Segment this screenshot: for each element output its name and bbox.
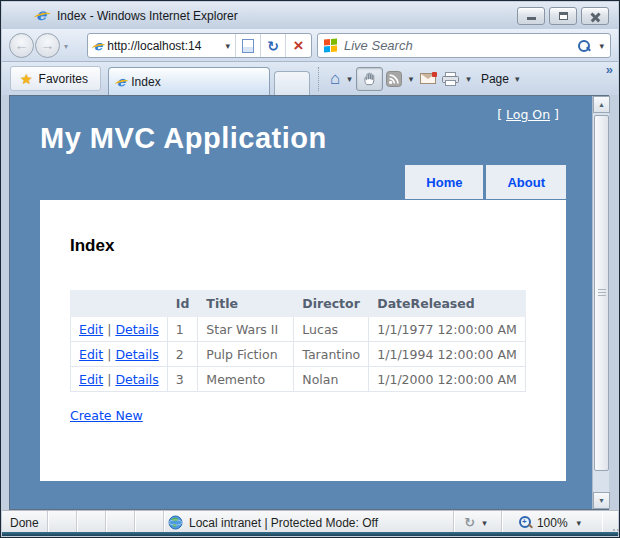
- read-mail-button[interactable]: [417, 67, 439, 91]
- print-button[interactable]: [439, 67, 462, 91]
- recent-pages-dropdown[interactable]: ▾: [64, 42, 68, 51]
- live-search-logo-icon: [324, 38, 338, 53]
- edit-link[interactable]: Edit: [79, 347, 103, 362]
- search-input[interactable]: [344, 38, 577, 53]
- details-link[interactable]: Details: [115, 372, 158, 387]
- window-bottom-frame: [2, 532, 618, 536]
- cell-id: 2: [167, 342, 198, 367]
- cell-date-released: 1/1/1994 12:00:00 AM: [369, 342, 526, 367]
- create-new-link[interactable]: Create New: [70, 408, 143, 423]
- minimize-button[interactable]: [517, 7, 545, 25]
- page-menu-button[interactable]: Page ▾: [475, 72, 526, 86]
- stop-icon: ×: [294, 37, 304, 54]
- logon-area: [ Log On ]: [497, 107, 559, 122]
- print-dropdown[interactable]: ▾: [462, 74, 475, 84]
- home-dropdown[interactable]: ▾: [343, 74, 356, 84]
- scroll-up-icon: ▲: [598, 101, 605, 108]
- refresh-icon: ↻: [267, 38, 279, 54]
- status-segment: [48, 511, 77, 534]
- restore-button[interactable]: [549, 7, 577, 25]
- zoom-level: 100%: [537, 516, 568, 530]
- printer-icon: [442, 72, 459, 86]
- chevron-down-icon: ▾: [511, 74, 524, 84]
- cell-title: Memento: [198, 367, 294, 392]
- page-icon: e: [94, 39, 102, 53]
- compatibility-view-button[interactable]: [236, 34, 261, 57]
- protected-mode-icon[interactable]: ↻: [464, 515, 475, 530]
- zoom-dropdown[interactable]: ▾: [573, 518, 586, 528]
- search-icon[interactable]: [577, 39, 591, 53]
- page-title: My MVC Application: [40, 122, 327, 155]
- zone-text: Local intranet | Protected Mode: Off: [189, 516, 378, 530]
- address-input[interactable]: [107, 39, 220, 53]
- tab-favicon: e: [117, 75, 125, 89]
- cell-id: 1: [167, 317, 198, 342]
- close-button[interactable]: [581, 7, 609, 25]
- action-separator: |: [107, 347, 111, 362]
- back-button[interactable]: ←: [9, 33, 34, 58]
- security-zone-cell: Local intranet | Protected Mode: Off: [164, 511, 454, 534]
- status-segment: [106, 511, 135, 534]
- details-link[interactable]: Details: [115, 347, 158, 362]
- hand-tool-button[interactable]: [356, 67, 383, 91]
- cell-date-released: 1/1/1977 12:00:00 AM: [369, 317, 526, 342]
- tab-home[interactable]: Home: [405, 165, 483, 199]
- title-bar[interactable]: e Index - Windows Internet Explorer: [2, 2, 618, 29]
- cell-director: Lucas: [294, 317, 369, 342]
- table-header-row: Id Title Director DateReleased: [71, 291, 526, 317]
- header-title: Title: [198, 291, 294, 317]
- zoom-control[interactable]: + 100% ▾: [502, 511, 602, 534]
- window-controls: [517, 7, 609, 25]
- search-options-dropdown[interactable]: ▾: [597, 41, 610, 51]
- home-button[interactable]: ⌂: [327, 67, 343, 91]
- favorites-button[interactable]: ★ Favorites: [10, 66, 101, 91]
- cell-title: Star Wars II: [198, 317, 294, 342]
- hand-icon: [362, 71, 377, 87]
- action-separator: |: [107, 372, 111, 387]
- close-icon: [590, 11, 601, 22]
- scroll-down-button[interactable]: ▼: [593, 492, 610, 509]
- home-icon: ⌂: [330, 70, 340, 87]
- tab-index[interactable]: e Index: [108, 67, 270, 95]
- address-bar: e ▾ ↻ ×: [87, 33, 312, 58]
- row-actions: Edit | Details: [71, 367, 168, 392]
- page-menu-label: Page: [481, 72, 509, 86]
- log-on-link[interactable]: Log On: [506, 107, 550, 122]
- intranet-globe-icon: [168, 515, 183, 530]
- table-row: Edit | Details 3 Memento Nolan 1/1/2000 …: [71, 367, 526, 392]
- browser-window: e Index - Windows Internet Explorer ← → …: [0, 0, 620, 538]
- resize-grip-icon[interactable]: [613, 529, 615, 531]
- stop-button[interactable]: ×: [286, 34, 311, 57]
- scrollbar-grip-icon: [598, 289, 606, 296]
- movies-table: Id Title Director DateReleased Edit | De…: [70, 290, 526, 392]
- feeds-dropdown[interactable]: ▾: [405, 74, 418, 84]
- header-actions: [71, 291, 168, 317]
- header-id: Id: [167, 291, 198, 317]
- rss-feed-icon: [386, 71, 402, 87]
- address-dropdown[interactable]: ▾: [220, 34, 236, 57]
- forward-icon: →: [41, 37, 55, 53]
- favorites-label: Favorites: [39, 72, 88, 86]
- vertical-scrollbar[interactable]: ▲ ▼: [592, 96, 609, 509]
- edit-link[interactable]: Edit: [79, 322, 103, 337]
- browser-viewport: [ Log On ] My MVC Application Home About…: [9, 95, 609, 510]
- scrollbar-thumb[interactable]: [594, 115, 609, 471]
- new-tab-button[interactable]: [274, 71, 310, 95]
- cell-director: Tarantino: [294, 342, 369, 367]
- table-row: Edit | Details 1 Star Wars II Lucas 1/1/…: [71, 317, 526, 342]
- toolbar-overflow-chevron[interactable]: »: [606, 62, 613, 77]
- feeds-button[interactable]: [383, 67, 405, 91]
- tab-about[interactable]: About: [486, 165, 566, 199]
- restore-icon: [559, 12, 568, 20]
- refresh-button[interactable]: ↻: [261, 34, 286, 57]
- security-dropdown[interactable]: ▾: [478, 518, 491, 528]
- forward-button[interactable]: →: [35, 33, 60, 58]
- compatibility-view-icon: [242, 39, 254, 53]
- scroll-up-button[interactable]: ▲: [593, 96, 610, 113]
- edit-link[interactable]: Edit: [79, 372, 103, 387]
- status-text: Done: [2, 511, 48, 534]
- details-link[interactable]: Details: [115, 322, 158, 337]
- chevron-down-icon: ▾: [599, 41, 604, 51]
- zoom-icon: +: [519, 516, 532, 529]
- cell-director: Nolan: [294, 367, 369, 392]
